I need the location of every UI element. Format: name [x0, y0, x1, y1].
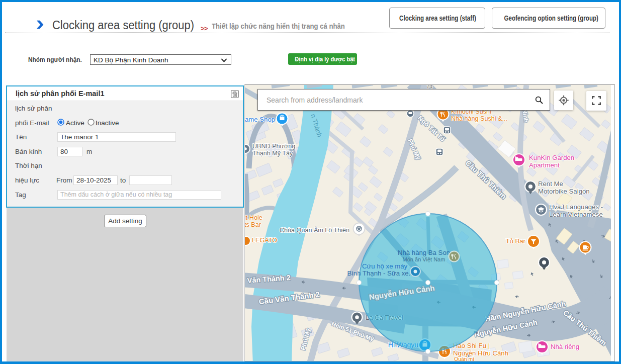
svg-text:Apartment: Apartment	[529, 161, 560, 169]
svg-text:Món ăn Việt Nam: Món ăn Việt Nam	[403, 256, 446, 262]
svg-text:Bình Thạnh - Sữa xe...: Bình Thạnh - Sữa xe...	[347, 269, 414, 277]
svg-text:Nhà riêng: Nhà riêng	[551, 343, 579, 350]
svg-text:Cứu hộ xe máy: Cứu hộ xe máy	[362, 262, 408, 270]
svg-text:Tủ Bar: Tủ Bar	[505, 237, 525, 245]
svg-text:it Hole: it Hole	[245, 214, 262, 221]
svg-text:KunKin Garden: KunKin Garden	[529, 154, 574, 161]
svg-text:ts Bar: ts Bar	[245, 221, 261, 228]
svg-text:Quán mì: Quán mì	[454, 356, 474, 361]
svg-text:Rent Me: Rent Me	[538, 180, 563, 188]
svg-text:Chùa Quan Âm Lộ Thiên: Chùa Quan Âm Lộ Thiên	[280, 226, 349, 234]
svg-text:ame Shop: ame Shop	[245, 116, 275, 123]
svg-text:Nhà hàng Ba Son: Nhà hàng Ba Son	[398, 249, 450, 256]
svg-text:UBND Phường: UBND Phường	[252, 143, 295, 150]
svg-text:HvaJ Languages -: HvaJ Languages -	[549, 203, 603, 211]
svg-text:Nhà hàng Sushi &...: Nhà hàng Sushi &...	[451, 115, 507, 122]
svg-text:Motorbike Saigon: Motorbike Saigon	[538, 188, 590, 195]
svg-text:Learn Vietnamese: Learn Vietnamese	[549, 211, 603, 218]
svg-text:Thạnh Mỹ Tây: Thạnh Mỹ Tây	[252, 150, 293, 157]
svg-text:LEGATO: LEGATO	[252, 237, 277, 244]
